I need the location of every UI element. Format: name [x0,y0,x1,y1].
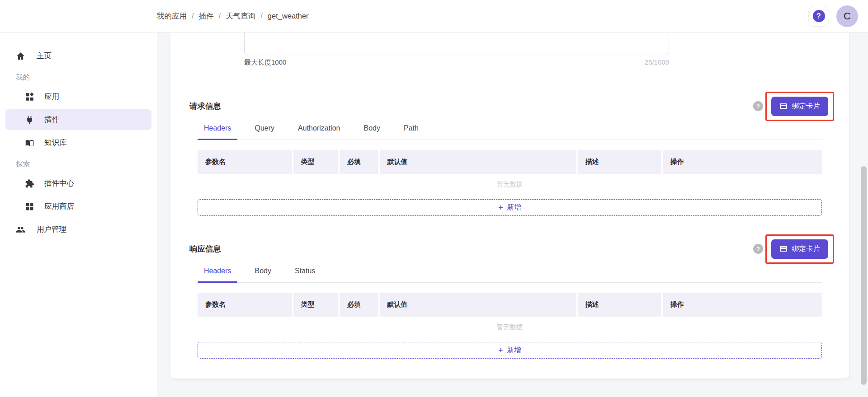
top-bar: 我的应用/插件/天气查询/get_weather ? C [0,0,868,33]
section-title: 请求信息 [189,101,221,112]
section-header: 请求信息?绑定卡片 [189,91,830,121]
breadcrumb-item[interactable]: 我的应用 [157,11,187,21]
maxlength-hint: 最大长度1000 [244,58,286,68]
breadcrumb: 我的应用/插件/天气查询/get_weather [157,11,309,21]
column-header: 操作 [663,150,822,174]
column-header: 类型 [293,150,338,174]
sidebar-item-label: 用户管理 [37,224,66,234]
breadcrumb-item[interactable]: 插件 [199,11,214,21]
home-icon [16,51,25,61]
bind-card-button[interactable]: 绑定卡片 [771,97,828,116]
response-tab-headers[interactable]: Headers [198,266,237,282]
column-header: 描述 [578,150,661,174]
topbar-right: ? C [808,5,868,27]
breadcrumb-current: get_weather [268,12,309,20]
tab-bar: HeadersBodyStatus [198,266,822,283]
plug-icon [25,115,34,125]
column-header: 默认值 [380,293,576,317]
main-content: 最大长度1000 25/1000 请求信息?绑定卡片HeadersQueryAu… [157,33,868,397]
column-header: 必填 [340,150,378,174]
apps-icon [25,92,34,102]
annotation-highlight: 绑定卡片 [765,92,834,121]
store-icon [25,202,34,211]
column-header: 描述 [578,293,661,317]
sidebar-item-label: 插件中心 [44,178,74,188]
breadcrumb-separator: / [219,12,221,20]
column-header: 操作 [663,293,822,317]
request-tab-body[interactable]: Body [357,123,386,140]
breadcrumb-item[interactable]: 天气查询 [226,11,255,21]
sidebar-item-label: 主页 [37,51,52,61]
sidebar-item-label: 应用商店 [44,201,74,211]
section-title: 响应信息 [189,243,221,254]
request-tab-authorization[interactable]: Authorization [292,123,346,140]
sidebar-item-label: 应用 [44,92,59,102]
sidebar-item-plugin-center[interactable]: 插件中心 [5,173,151,194]
book-icon [25,138,34,148]
sidebar-item-label: 插件 [44,115,59,125]
sidebar-section-explore: 探索 [0,157,157,171]
column-header: 必填 [340,293,378,317]
section-header-right: ?绑定卡片 [753,92,834,121]
section-body: HeadersBodyStatus参数名类型必填默认值描述操作暂无数据+新增 [198,266,822,359]
request-info-section: 请求信息?绑定卡片HeadersQueryAuthorizationBodyPa… [189,91,830,216]
tab-bar: HeadersQueryAuthorizationBodyPath [198,123,822,140]
column-header: 类型 [293,293,338,317]
sidebar-item-apps[interactable]: 应用 [5,86,151,107]
annotation-highlight: 绑定卡片 [765,234,834,264]
param-table-header: 参数名类型必填默认值描述操作 [198,150,822,174]
help-button[interactable]: ? [808,6,829,27]
request-tab-headers[interactable]: Headers [198,123,237,140]
question-icon[interactable]: ? [753,244,763,254]
response-info-section: 响应信息?绑定卡片HeadersBodyStatus参数名类型必填默认值描述操作… [189,234,830,359]
avatar[interactable]: C [836,5,858,27]
column-header: 默认值 [380,150,576,174]
bind-card-label: 绑定卡片 [792,244,820,254]
char-counter: 25/1000 [645,58,669,68]
section-body: HeadersQueryAuthorizationBodyPath参数名类型必填… [198,123,822,216]
section-header-right: ?绑定卡片 [753,234,834,264]
plus-icon: + [498,346,503,355]
plus-icon: + [498,204,503,212]
textarea-hint-row: 最大长度1000 25/1000 [244,58,669,68]
empty-text: 暂无数据 [198,180,822,188]
sidebar-item-label: 知识库 [44,138,67,148]
add-row-button[interactable]: +新增 [198,199,822,216]
sidebar-item-home[interactable]: 主页 [5,46,151,66]
question-icon[interactable]: ? [753,101,763,111]
response-tab-body[interactable]: Body [248,266,277,282]
puzzle-icon [25,179,34,188]
add-row-button[interactable]: +新增 [198,342,822,359]
request-tab-path[interactable]: Path [397,123,425,140]
breadcrumb-separator: / [260,12,263,20]
column-header: 参数名 [198,150,292,174]
scrollbar-thumb[interactable] [861,166,867,385]
sections-root: 请求信息?绑定卡片HeadersQueryAuthorizationBodyPa… [189,91,830,359]
breadcrumb-separator: / [192,12,194,20]
sidebar-nav: 主页我的应用插件知识库探索插件中心应用商店用户管理 [0,46,157,240]
bind-card-label: 绑定卡片 [792,102,820,111]
bind-card-button[interactable]: 绑定卡片 [771,239,828,259]
sidebar-item-user-management[interactable]: 用户管理 [5,219,151,240]
sidebar-item-app-store[interactable]: 应用商店 [5,196,151,217]
add-label: 新增 [507,346,521,355]
users-icon [16,225,25,234]
card-icon [779,245,788,253]
description-textarea[interactable] [244,33,669,55]
empty-text: 暂无数据 [198,323,822,331]
sidebar: 主页我的应用插件知识库探索插件中心应用商店用户管理 [0,33,157,397]
question-icon: ? [813,10,825,22]
response-tab-status[interactable]: Status [288,266,321,282]
sidebar-section-mine: 我的 [0,70,157,84]
plugin-config-card: 最大长度1000 25/1000 请求信息?绑定卡片HeadersQueryAu… [170,33,849,378]
param-table-header: 参数名类型必填默认值描述操作 [198,293,822,317]
card-icon [779,102,788,110]
add-label: 新增 [507,203,521,212]
sidebar-item-plugins[interactable]: 插件 [5,109,151,130]
column-header: 参数名 [198,293,292,317]
section-header: 响应信息?绑定卡片 [189,234,830,264]
description-field-block: 最大长度1000 25/1000 [244,33,669,68]
request-tab-query[interactable]: Query [248,123,281,140]
sidebar-item-knowledge-base[interactable]: 知识库 [5,132,151,153]
